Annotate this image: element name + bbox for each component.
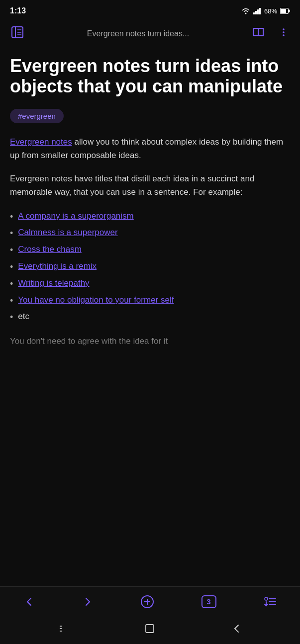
svg-point-13 [283,31,285,33]
main-content: Evergreen notes turn ideas into objects … [0,48,300,352]
book-icon[interactable] [249,23,267,44]
paragraph-1: Evergreen notes allow you to think about… [10,135,290,162]
status-icons: 68% [241,7,290,15]
list-item: Writing is telepathy [10,276,290,291]
tag-container[interactable]: #evergreen [10,109,290,135]
add-button[interactable] [132,593,162,611]
svg-rect-1 [255,11,257,14]
recent-apps-button[interactable] [58,623,69,637]
list-link-5[interactable]: Writing is telepathy [18,276,89,290]
list-link-3[interactable]: Cross the chasm [18,242,82,256]
list-item: Calmness is a superpower [10,226,290,241]
nav-bar: Evergreen notes turn ideas... [0,20,300,48]
svg-point-12 [283,28,285,30]
svg-rect-0 [253,12,255,14]
android-back-button[interactable] [231,623,242,637]
svg-rect-26 [146,625,154,633]
list-item: A company is a superorganism [10,209,290,224]
fade-text: You don't need to agree with the idea fo… [10,334,290,352]
battery-icon [280,8,290,14]
paragraph-2: Evergreen notes have titles that distill… [10,172,290,199]
wifi-icon [241,7,250,14]
list-link-6[interactable]: You have no obligation to your former se… [18,293,174,307]
list-item: Everything is a remix [10,259,290,274]
svg-rect-6 [289,10,290,12]
evergreen-notes-link[interactable]: Evergreen notes [10,137,72,147]
list-link-1[interactable]: A company is a superorganism [18,209,133,223]
menu-button[interactable] [256,594,285,609]
signal-icon [253,7,261,14]
status-time: 1:13 [10,6,26,15]
main-title: Evergreen notes turn ideas into objects … [10,56,290,97]
list-link-2[interactable]: Calmness is a superpower [18,226,117,239]
svg-rect-3 [259,8,261,14]
battery-text: 68% [264,7,277,15]
list-link-4[interactable]: Everything is a remix [18,259,97,273]
more-options-icon[interactable] [275,24,292,44]
badge-3[interactable]: 3 [201,595,216,608]
android-nav-bar [0,616,300,644]
list-item-etc: etc [10,310,290,324]
svg-point-14 [283,34,285,36]
list-item: Cross the chasm [10,242,290,257]
back-button[interactable] [16,594,43,609]
badge-3-button[interactable]: 3 [194,593,224,610]
svg-point-18 [265,597,268,600]
nav-right [249,23,292,44]
list-item: You have no obligation to your former se… [10,293,290,308]
nav-title: Evergreen notes turn ideas... [27,29,249,38]
bullet-list: A company is a superorganism Calmness is… [10,209,290,325]
list-text-etc: etc [18,310,29,323]
status-bar: 1:13 68% [0,0,300,20]
svg-rect-5 [281,9,286,13]
svg-rect-2 [257,9,259,14]
forward-button[interactable] [74,594,101,609]
bottom-toolbar: 3 [0,586,300,616]
sidebar-icon[interactable] [8,23,27,45]
evergreen-tag[interactable]: #evergreen [10,109,64,123]
home-button[interactable] [144,623,155,637]
